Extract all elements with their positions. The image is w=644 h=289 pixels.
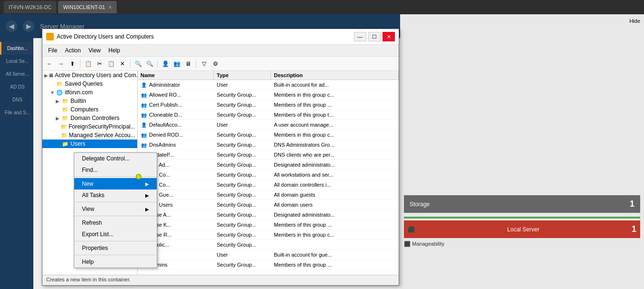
list-row[interactable]: 👥 Denied ROD... Security Group... Member…	[138, 130, 399, 140]
tb-cut[interactable]: ✂	[94, 59, 105, 69]
sm-storage-card: Storage 1	[404, 195, 640, 213]
msa-icon: 📁	[61, 132, 68, 139]
list-cell-type: Security Group...	[214, 211, 271, 219]
list-row-icon: 👥	[141, 101, 147, 108]
tb-search[interactable]: 🔍	[133, 59, 143, 69]
list-row[interactable]: 👤 DefaultAcco... User A user account man…	[138, 120, 399, 130]
list-row[interactable]: 👥 Cloneable D... Security Group... Membe…	[138, 110, 399, 120]
ctx-all-tasks[interactable]: All Tasks ▶	[74, 189, 157, 201]
sidebar-item-all[interactable]: All Serve...	[0, 68, 33, 80]
sidebar-item-dashboard[interactable]: Dashbo...	[0, 42, 33, 55]
list-row[interactable]: 👥 ...tected Us... Security Group... Memb…	[138, 270, 399, 272]
tree-domain[interactable]: ▼ 🌐 itforvn.com	[42, 88, 137, 97]
ctx-new[interactable]: New ▶	[74, 178, 157, 189]
sidebar-item-local[interactable]: Local Se...	[0, 55, 33, 68]
list-row[interactable]: 👥 ...rise R... Security Group... Members…	[138, 230, 399, 240]
tb-back[interactable]: ←	[44, 59, 55, 69]
hide-button[interactable]: Hide	[629, 18, 640, 24]
tb-group[interactable]: 👥	[171, 59, 182, 69]
tb-filter[interactable]: ▽	[199, 59, 209, 69]
ctx-refresh[interactable]: Refresh	[74, 217, 157, 229]
tb-user[interactable]: 👤	[160, 59, 171, 69]
sidebar-item-file[interactable]: File and S...	[0, 106, 33, 119]
tb-delete[interactable]: ✕	[117, 59, 128, 69]
sidebar-item-dns[interactable]: DNS	[0, 93, 33, 106]
tb-paste[interactable]: 📋	[106, 59, 116, 69]
sm-nav-forward[interactable]: ▶	[23, 20, 34, 32]
fsp-label: ForeignSecurityPrincipal...	[69, 123, 135, 130]
tb-forward[interactable]: →	[56, 59, 66, 69]
list-cell-desc: Designated administrato...	[271, 211, 399, 219]
list-cell-desc: DNS clients who are per...	[271, 151, 399, 159]
ctx-view-arrow: ▶	[145, 207, 149, 212]
saved-queries-icon: 📁	[56, 80, 63, 87]
list-row[interactable]: 👥 ...in Users Security Group... All doma…	[138, 200, 399, 210]
tb-up[interactable]: ⬆	[67, 59, 78, 69]
list-row[interactable]: 👥 Allowed RO... Security Group... Member…	[138, 90, 399, 100]
menu-view[interactable]: View	[85, 46, 105, 55]
tb-copy[interactable]: 📋	[83, 59, 93, 69]
tab-win10[interactable]: WIN10CLIENT-01 ✕	[58, 1, 116, 13]
tree-root[interactable]: ▶ 🖥 Active Directory Users and Com...	[42, 71, 137, 80]
close-button[interactable]: ✕	[382, 32, 395, 41]
window-controls: — ☐ ✕	[354, 32, 395, 41]
ctx-export[interactable]: Export List...	[74, 229, 157, 240]
tree-users[interactable]: 📁 Users	[42, 140, 137, 148]
list-row[interactable]: 👤 Administrator User Built-in account fo…	[138, 80, 399, 90]
list-row[interactable]: 👥 ...Polic... Security Group...	[138, 240, 399, 250]
menu-help[interactable]: Help	[105, 46, 124, 55]
list-cell-name: 👥 Cert Publish...	[138, 100, 214, 109]
ctx-sep4	[74, 241, 157, 241]
tb-sep4	[196, 60, 196, 68]
sidebar-item-adds[interactable]: AD DS	[0, 80, 33, 93]
list-row[interactable]: 👥 ...dmins Security Group... Members of …	[138, 260, 399, 270]
list-row[interactable]: 👥 Cert Publish... Security Group... Memb…	[138, 100, 399, 110]
minimize-button[interactable]: —	[354, 32, 366, 41]
sm-local-server-card: ⬛ Local Server 1	[404, 220, 640, 238]
aduc-title-label: Active Directory Users and Computers	[57, 33, 154, 40]
tree-saved-queries[interactable]: 📁 Saved Queries	[42, 80, 137, 88]
menu-action[interactable]: Action	[61, 46, 84, 55]
ctx-find[interactable]: Find...	[74, 164, 157, 176]
col-header-desc[interactable]: Description	[271, 71, 399, 80]
ctx-sep5	[74, 255, 157, 255]
ctx-delegate[interactable]: Delegate Control...	[74, 153, 157, 164]
tree-foreign-security[interactable]: 📁 ForeignSecurityPrincipal...	[42, 122, 137, 131]
menu-file[interactable]: File	[44, 46, 61, 55]
sidebar-all-label: All Serve...	[3, 71, 31, 77]
list-row[interactable]: 👥 DnsAdmins Security Group... DNS Admini…	[138, 140, 399, 150]
sm-nav-back[interactable]: ◀	[6, 20, 17, 32]
list-row[interactable]: 👥 ...pdateP... Security Group... DNS cli…	[138, 150, 399, 160]
fsp-icon: 📁	[60, 123, 67, 130]
tree-managed-service[interactable]: 📁 Managed Service Accou...	[42, 131, 137, 140]
list-row[interactable]: 👥 ...rise K... Security Group... Members…	[138, 220, 399, 230]
tb-find[interactable]: 🔍	[144, 59, 155, 69]
list-cell-type: Security Group...	[214, 201, 271, 209]
ctx-find-label: Find...	[82, 167, 98, 173]
list-cell-name: 👤 Administrator	[138, 80, 214, 89]
ctx-view[interactable]: View ▶	[74, 203, 157, 215]
tab-it4vn[interactable]: IT4VN-W2K16-DC	[4, 1, 56, 13]
list-row[interactable]: 👥 ...in Ad... Security Group... Designat…	[138, 160, 399, 170]
ctx-help[interactable]: Help	[74, 256, 157, 268]
tb-settings[interactable]: ⚙	[210, 59, 221, 69]
col-header-name[interactable]: Name	[138, 71, 214, 80]
list-row[interactable]: 👥 ...rise A... Security Group... Designa…	[138, 210, 399, 220]
tab-win10-close[interactable]: ✕	[108, 5, 112, 10]
tb-sep2	[130, 60, 131, 68]
sm-sidebar: Dashbo... Local Se... All Serve... AD DS…	[0, 38, 33, 289]
list-cell-desc: Built-in account for ad...	[271, 81, 399, 89]
col-header-type[interactable]: Type	[214, 71, 271, 80]
maximize-button[interactable]: ☐	[368, 32, 381, 41]
ctx-properties[interactable]: Properties	[74, 242, 157, 254]
list-row[interactable]: 👥 ...in Co... Security Group... All work…	[138, 170, 399, 180]
list-row[interactable]: 👥 ...in Co... Security Group... All doma…	[138, 180, 399, 190]
tb-computer[interactable]: 🖥	[183, 59, 193, 69]
tree-computers[interactable]: 📁 Computers	[42, 105, 137, 114]
list-row[interactable]: 👥 ...in Gue... Security Group... All dom…	[138, 190, 399, 200]
tree-domain-controllers[interactable]: ▶ 📁 Domain Controllers	[42, 114, 137, 122]
list-row[interactable]: 👤 ... User Built-in account for gue...	[138, 250, 399, 260]
context-menu: Delegate Control... Find... New ▶ All Ta…	[74, 152, 157, 268]
tree-builtin[interactable]: ▶ 📁 Builtin	[42, 97, 137, 105]
manageability-label: Manageability	[412, 241, 444, 247]
